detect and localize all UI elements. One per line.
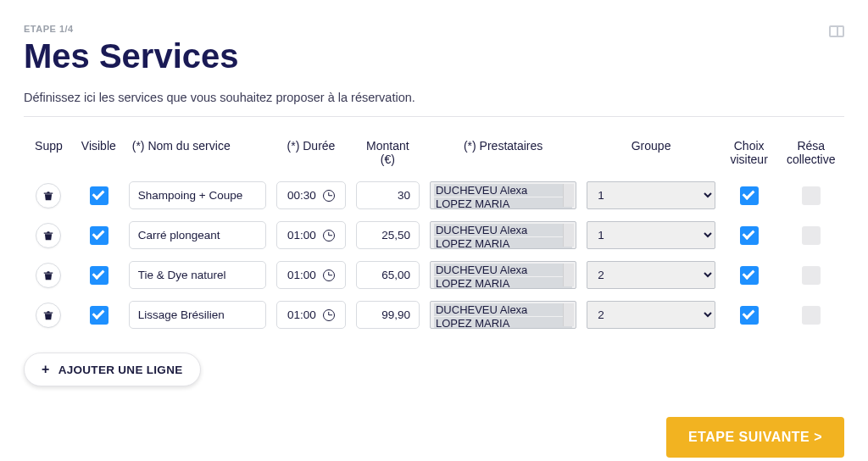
col-choix: Choix visiteur bbox=[721, 134, 778, 173]
table-row: 00:30 DUCHEVEU Alexa LOPEZ MARIA 12 bbox=[24, 178, 844, 213]
visible-checkbox[interactable] bbox=[90, 266, 108, 285]
col-supp: Supp bbox=[24, 134, 74, 173]
duration-input[interactable]: 00:30 bbox=[276, 181, 346, 209]
table-row: 01:00 DUCHEVEU Alexa LOPEZ MARIA 12 bbox=[24, 258, 844, 292]
amount-input[interactable] bbox=[356, 221, 420, 249]
col-duree: (*) Durée bbox=[271, 134, 351, 173]
service-name-input[interactable] bbox=[129, 301, 266, 329]
page-title: Mes Services bbox=[24, 37, 239, 75]
plus-icon: + bbox=[42, 362, 50, 377]
collective-booking-checkbox[interactable] bbox=[802, 306, 821, 325]
group-select[interactable]: 12 bbox=[587, 221, 715, 249]
trash-icon bbox=[42, 309, 54, 321]
add-row-label: AJOUTER UNE LIGNE bbox=[58, 364, 183, 376]
duration-input[interactable]: 01:00 bbox=[276, 301, 346, 329]
visible-checkbox[interactable] bbox=[90, 306, 108, 325]
visitor-choice-checkbox[interactable] bbox=[740, 186, 759, 205]
next-step-button[interactable]: ETAPE SUIVANTE > bbox=[666, 417, 844, 458]
visitor-choice-checkbox[interactable] bbox=[740, 226, 759, 245]
amount-input[interactable] bbox=[356, 181, 420, 209]
table-row: 01:00 DUCHEVEU Alexa LOPEZ MARIA 12 bbox=[24, 297, 844, 332]
amount-input[interactable] bbox=[356, 301, 420, 329]
service-name-input[interactable] bbox=[129, 261, 266, 289]
providers-select[interactable]: DUCHEVEU Alexa LOPEZ MARIA bbox=[430, 221, 576, 249]
trash-icon bbox=[42, 230, 54, 242]
providers-select[interactable]: DUCHEVEU Alexa LOPEZ MARIA bbox=[430, 301, 576, 329]
delete-button[interactable] bbox=[36, 303, 61, 328]
clock-icon bbox=[323, 309, 335, 321]
group-select[interactable]: 12 bbox=[587, 261, 715, 289]
duration-input[interactable]: 01:00 bbox=[276, 261, 346, 289]
divider bbox=[24, 116, 844, 117]
trash-icon bbox=[42, 190, 54, 202]
services-table: Supp Visible (*) Nom du service (*) Duré… bbox=[24, 129, 844, 337]
group-select[interactable]: 12 bbox=[587, 301, 715, 329]
step-label: ETAPE 1/4 bbox=[24, 24, 239, 34]
amount-input[interactable] bbox=[356, 261, 420, 289]
delete-button[interactable] bbox=[36, 223, 61, 248]
clock-icon bbox=[323, 269, 335, 281]
providers-select[interactable]: DUCHEVEU Alexa LOPEZ MARIA bbox=[430, 261, 576, 289]
providers-select[interactable]: DUCHEVEU Alexa LOPEZ MARIA bbox=[430, 181, 576, 209]
delete-button[interactable] bbox=[36, 263, 61, 288]
group-select[interactable]: 12 bbox=[587, 181, 715, 209]
visible-checkbox[interactable] bbox=[90, 186, 108, 205]
col-resa: Résa collective bbox=[777, 134, 844, 173]
service-name-input[interactable] bbox=[129, 221, 266, 249]
visitor-choice-checkbox[interactable] bbox=[740, 266, 759, 285]
subtitle: Définissez ici les services que vous sou… bbox=[24, 91, 844, 104]
delete-button[interactable] bbox=[36, 183, 61, 208]
col-montant: Montant (€) bbox=[351, 134, 425, 173]
clock-icon bbox=[323, 190, 335, 202]
service-name-input[interactable] bbox=[129, 181, 266, 209]
duration-input[interactable]: 01:00 bbox=[276, 221, 346, 249]
collective-booking-checkbox[interactable] bbox=[802, 226, 821, 245]
visible-checkbox[interactable] bbox=[90, 226, 108, 245]
col-groupe: Groupe bbox=[581, 134, 721, 173]
add-row-button[interactable]: + AJOUTER UNE LIGNE bbox=[24, 353, 201, 386]
collective-booking-checkbox[interactable] bbox=[802, 266, 821, 285]
layout-columns-icon[interactable] bbox=[829, 25, 844, 37]
trash-icon bbox=[42, 269, 54, 281]
collective-booking-checkbox[interactable] bbox=[802, 186, 821, 205]
clock-icon bbox=[323, 230, 335, 242]
col-nom: (*) Nom du service bbox=[124, 134, 271, 173]
table-row: 01:00 DUCHEVEU Alexa LOPEZ MARIA 12 bbox=[24, 218, 844, 253]
col-visible: Visible bbox=[74, 134, 124, 173]
col-prestataires: (*) Prestataires bbox=[425, 134, 581, 173]
visitor-choice-checkbox[interactable] bbox=[740, 306, 759, 325]
